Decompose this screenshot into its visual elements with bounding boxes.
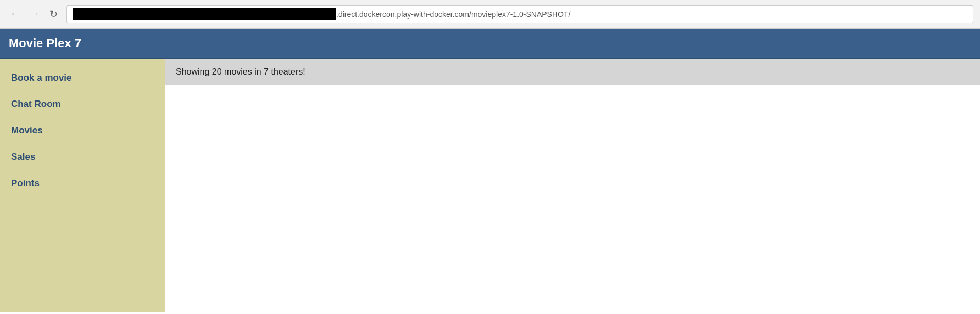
address-bar-domain: .direct.dockercon.play-with-docker.com: [336, 10, 469, 19]
main-layout: Book a movieChat RoomMoviesSalesPoints S…: [0, 59, 980, 312]
sidebar-link-book-a-movie[interactable]: Book a movie: [0, 65, 165, 91]
address-bar-redacted: [73, 8, 336, 20]
forward-button[interactable]: →: [26, 7, 43, 21]
refresh-button[interactable]: ↻: [46, 7, 61, 21]
content-area: Showing 20 movies in 7 theaters!: [165, 59, 980, 312]
back-button[interactable]: ←: [7, 7, 23, 21]
content-banner-text: Showing 20 movies in 7 theaters!: [176, 67, 305, 76]
address-bar[interactable]: .direct.dockercon.play-with-docker.com /…: [66, 5, 973, 23]
sidebar-link-sales[interactable]: Sales: [0, 144, 165, 170]
app-header: Movie Plex 7: [0, 29, 980, 59]
browser-chrome: ← → ↻ .direct.dockercon.play-with-docker…: [0, 0, 980, 29]
address-bar-path: /movieplex7-1.0-SNAPSHOT/: [469, 10, 570, 19]
sidebar-link-points[interactable]: Points: [0, 170, 165, 197]
app-title: Movie Plex 7: [9, 36, 81, 50]
nav-buttons: ← → ↻: [7, 7, 61, 21]
sidebar: Book a movieChat RoomMoviesSalesPoints: [0, 59, 165, 312]
content-banner: Showing 20 movies in 7 theaters!: [165, 59, 980, 85]
sidebar-link-chat-room[interactable]: Chat Room: [0, 91, 165, 117]
sidebar-link-movies[interactable]: Movies: [0, 117, 165, 144]
